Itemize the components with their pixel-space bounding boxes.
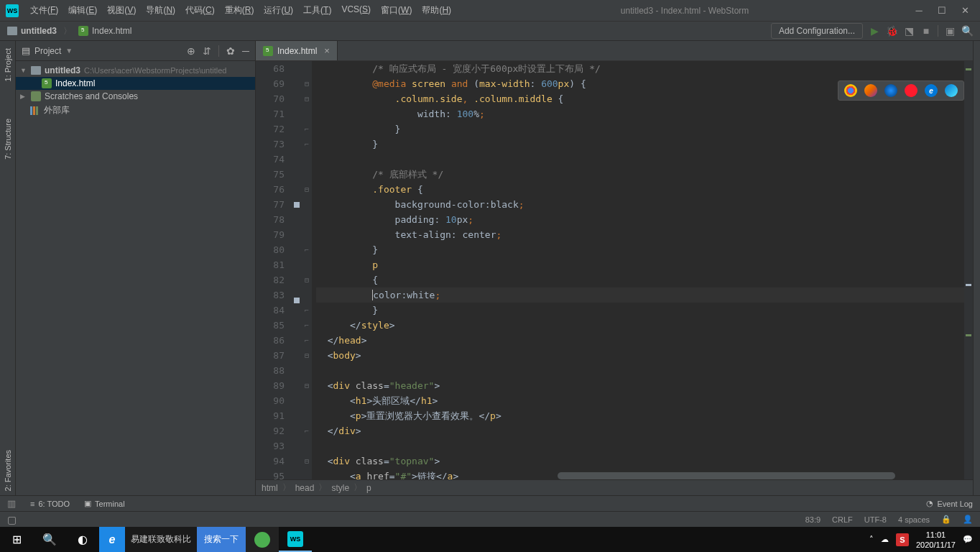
- titlebar: WS 文件(F)编辑(E)视图(V)导航(N)代码(C)重构(R)运行(U)工具…: [0, 0, 980, 21]
- maximize-button[interactable]: ☐: [937, 6, 947, 16]
- menu-帮助(H)[interactable]: 帮助(H): [417, 2, 456, 19]
- menu-视图(V)[interactable]: 视图(V): [103, 2, 140, 19]
- layout-icon[interactable]: ▣: [944, 25, 956, 37]
- ime-icon[interactable]: S: [896, 533, 909, 546]
- gutter-marks: [292, 61, 302, 479]
- horizontal-scrollbar[interactable]: [558, 472, 895, 479]
- clock[interactable]: 11:01 2020/11/17: [916, 530, 956, 550]
- structure-tool-button[interactable]: 7: Structure: [4, 114, 12, 164]
- editor-tabs: Index.html ×: [256, 41, 973, 61]
- menu-VCS(S)[interactable]: VCS(S): [337, 2, 375, 19]
- onedrive-icon[interactable]: ☁: [881, 535, 889, 544]
- stop-icon[interactable]: ■: [920, 25, 932, 37]
- bc-style[interactable]: style: [331, 483, 349, 493]
- opera-icon[interactable]: [905, 84, 917, 97]
- bc-p[interactable]: p: [366, 483, 371, 493]
- window-controls: ─ ☐ ✕: [914, 6, 974, 16]
- menu-代码(C)[interactable]: 代码(C): [181, 2, 219, 19]
- todo-tool-button[interactable]: ≡6: TODO: [30, 500, 70, 508]
- bottom-tool-strip: ▥ ≡6: TODO ▣Terminal ◔Event Log: [0, 495, 980, 511]
- hide-icon[interactable]: ─: [242, 45, 249, 57]
- start-button[interactable]: ⊞: [0, 527, 33, 552]
- project-panel-header: ▤ Project ▼ ⊕ ⇵ ✿ ─: [16, 41, 255, 61]
- firefox-icon[interactable]: [864, 84, 877, 97]
- browser-preview-bar: e: [838, 80, 964, 101]
- tree-root[interactable]: ▼ untitled3 C:\Users\acer\WebstormProjec…: [16, 64, 255, 77]
- menu-编辑(E)[interactable]: 编辑(E): [64, 2, 101, 19]
- html-file-icon: [42, 78, 52, 88]
- encoding[interactable]: UTF-8: [864, 515, 887, 524]
- debug-icon[interactable]: 🐞: [886, 25, 897, 37]
- ie-icon[interactable]: e: [925, 84, 938, 97]
- menu-工具(T)[interactable]: 工具(T): [299, 2, 336, 19]
- search-icon[interactable]: 🔍: [961, 25, 973, 37]
- add-configuration-button[interactable]: Add Configuration...: [771, 23, 863, 39]
- project-tree[interactable]: ▼ untitled3 C:\Users\acer\WebstormProjec…: [16, 61, 255, 121]
- library-icon: [30, 106, 40, 115]
- coverage-icon[interactable]: ⬔: [903, 25, 915, 37]
- terminal-tool-button[interactable]: ▣Terminal: [84, 499, 125, 508]
- safari-icon[interactable]: [884, 84, 897, 97]
- tree-scratches[interactable]: ▶ Scratches and Consoles: [16, 90, 255, 103]
- right-gutter: [973, 41, 980, 495]
- locate-icon[interactable]: ⊕: [187, 45, 195, 57]
- breadcrumb-file: Index.html: [92, 26, 131, 36]
- webstorm-logo-icon: WS: [6, 4, 19, 17]
- menu-重构(R)[interactable]: 重构(R): [221, 2, 259, 19]
- html-file-icon: [78, 26, 88, 36]
- bc-head[interactable]: head: [295, 483, 315, 493]
- menubar: 文件(F)编辑(E)视图(V)导航(N)代码(C)重构(R)运行(U)工具(T)…: [26, 2, 456, 19]
- navigation-bar: untitled3 〉 Index.html Add Configuration…: [0, 21, 980, 41]
- fold-gutter[interactable]: ⊟⊟⌐⌐⊟⌐⊟⌐⌐⌐⊟⊟⌐⊟: [302, 61, 312, 479]
- settings-icon[interactable]: ✿: [226, 45, 235, 57]
- event-log-button[interactable]: ◔Event Log: [926, 499, 973, 508]
- line-separator[interactable]: CRLF: [832, 515, 853, 524]
- taskbar-search[interactable]: e 易建联致敬科比 搜索一下: [99, 527, 246, 552]
- editor: Index.html × 686970717273747576777879808…: [256, 41, 973, 495]
- minimize-button[interactable]: ─: [914, 6, 924, 16]
- close-tab-icon[interactable]: ×: [324, 45, 330, 56]
- ie-taskbar-icon[interactable]: e: [99, 527, 125, 552]
- overview-ruler[interactable]: [964, 61, 973, 479]
- tray-chevron-icon[interactable]: ˄: [869, 535, 874, 544]
- edge-icon[interactable]: [945, 84, 958, 97]
- menu-窗口(W)[interactable]: 窗口(W): [376, 2, 416, 19]
- app-360-icon[interactable]: [246, 527, 279, 552]
- cortana-icon[interactable]: ◐: [66, 527, 99, 552]
- tab-index-html[interactable]: Index.html ×: [256, 41, 338, 60]
- search-button[interactable]: 搜索一下: [197, 527, 246, 552]
- system-tray: ˄ ☁ S 11:01 2020/11/17 💬: [869, 530, 980, 550]
- bc-html[interactable]: html: [262, 483, 278, 493]
- favorites-tool-button[interactable]: 2: Favorites: [4, 446, 12, 495]
- menu-文件(F)[interactable]: 文件(F): [26, 2, 63, 19]
- code-area[interactable]: 6869707172737475767778798081828384858687…: [256, 61, 973, 479]
- status-bar: ▢ 83:9 CRLF UTF-8 4 spaces 🔒 👤: [0, 511, 980, 527]
- search-icon[interactable]: 🔍: [33, 527, 66, 552]
- tree-external-libs[interactable]: 外部库: [16, 103, 255, 118]
- tree-file-index[interactable]: Index.html: [16, 77, 255, 90]
- line-numbers: 6869707172737475767778798081828384858687…: [256, 61, 292, 479]
- readonly-icon[interactable]: 🔒: [941, 515, 951, 524]
- menu-导航(N)[interactable]: 导航(N): [142, 2, 180, 19]
- breadcrumb[interactable]: untitled3 〉 Index.html: [7, 25, 131, 37]
- folder-icon: [31, 66, 41, 75]
- webstorm-taskbar-icon[interactable]: WS: [279, 527, 312, 552]
- tool-window-icon[interactable]: ▥: [7, 498, 16, 509]
- code-content[interactable]: /* 响应式布局 - 宽度小于600px时设置上下布局 */ @media sc…: [312, 61, 973, 479]
- notifications-icon[interactable]: 💬: [963, 535, 973, 544]
- folder-icon: [7, 27, 17, 35]
- chrome-icon[interactable]: [844, 84, 857, 97]
- indent[interactable]: 4 spaces: [898, 515, 930, 524]
- scratches-icon: [31, 91, 41, 101]
- project-panel-title: Project: [34, 46, 61, 56]
- status-icon[interactable]: ▢: [7, 514, 17, 525]
- project-tool-button[interactable]: 1: Project: [4, 44, 12, 86]
- close-button[interactable]: ✕: [960, 6, 970, 16]
- expand-icon[interactable]: ⇵: [203, 45, 211, 57]
- cursor-position[interactable]: 83:9: [805, 515, 820, 524]
- main-area: 1: Project 7: Structure 2: Favorites ▤ P…: [0, 41, 980, 495]
- run-icon[interactable]: ▶: [869, 25, 880, 37]
- menu-运行(U)[interactable]: 运行(U): [259, 2, 297, 19]
- code-breadcrumbs[interactable]: html〉head〉style〉p: [256, 479, 973, 495]
- inspector-icon[interactable]: 👤: [963, 515, 973, 524]
